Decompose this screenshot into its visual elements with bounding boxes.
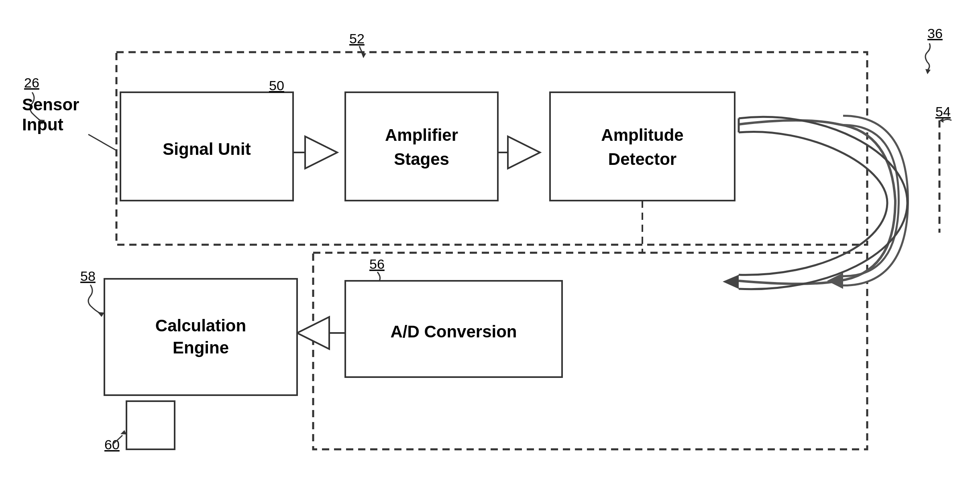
- block-diagram-svg: 52 36 54 26 Sensor Input 50 Signal Unit: [0, 0, 980, 477]
- storage-box: [126, 401, 175, 449]
- sensor-to-signal-line: [88, 134, 116, 150]
- amplifier-stages-label2: Stages: [394, 150, 449, 168]
- ref-50: 50: [269, 78, 284, 93]
- signal-unit-label: Signal Unit: [163, 140, 251, 158]
- ref-58: 58: [80, 268, 96, 284]
- ad-conversion-label: A/D Conversion: [390, 322, 517, 341]
- ref-60: 60: [104, 437, 120, 452]
- arrow-amp-to-detector: [508, 136, 540, 168]
- diagram-container: 52 36 54 26 Sensor Input 50 Signal Unit: [0, 0, 980, 477]
- ref-36-arrowhead: [925, 69, 931, 74]
- amplitude-detector-box: [550, 92, 735, 201]
- ref-56-arrow: [377, 272, 380, 281]
- big-curve-arrow-outer: [739, 120, 895, 284]
- ref-60-arrowhead: [120, 430, 126, 434]
- amplitude-detector-label2: Detector: [608, 150, 676, 168]
- ref-36: 36: [927, 26, 943, 41]
- calculation-engine-box: [104, 279, 297, 395]
- amplifier-stages-label1: Amplifier: [385, 126, 458, 144]
- ref-58-squiggle: [88, 285, 100, 313]
- calculation-engine-label1: Calculation: [155, 316, 246, 335]
- ref-56: 56: [369, 256, 385, 272]
- ref-52: 52: [349, 31, 365, 46]
- ref-54-arrow-line: [943, 120, 951, 121]
- arrow-signal-to-amp: [305, 136, 337, 168]
- sensor-input-label-line1: Sensor: [22, 95, 79, 114]
- ref-26-text: 26: [24, 75, 39, 90]
- amplitude-detector-label1: Amplitude: [601, 126, 683, 144]
- ref-36-squiggle: [925, 43, 930, 70]
- ref-54: 54: [935, 104, 951, 119]
- amplifier-stages-box: [345, 92, 498, 201]
- calculation-engine-label2: Engine: [173, 338, 229, 357]
- big-arrow-bottom-head: [723, 275, 739, 289]
- ref-52-arrowhead: [361, 53, 366, 58]
- sensor-input-label-line2: Input: [22, 115, 63, 134]
- ref-58-arrowhead: [98, 312, 104, 317]
